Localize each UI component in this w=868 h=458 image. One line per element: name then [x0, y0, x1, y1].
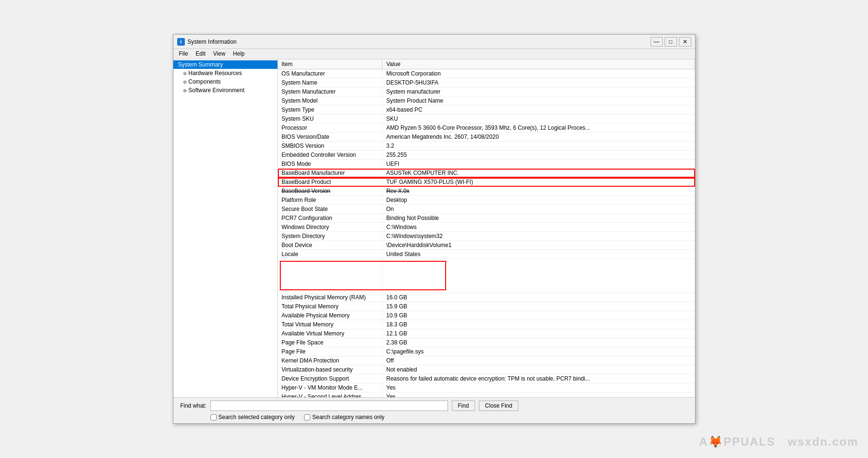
table-cell-value: 15.9 GB — [382, 302, 695, 311]
find-label: Find what: — [178, 402, 207, 409]
sidebar-item-label: System Summary — [178, 61, 223, 68]
search-selected-input[interactable] — [210, 414, 217, 420]
table-row: LocaleUnited States — [278, 250, 695, 259]
sidebar-item-system-summary[interactable]: System Summary — [173, 60, 277, 69]
search-selected-label: Search selected category only — [219, 414, 295, 420]
table-row: BIOS Version/DateAmerican Megatrends Inc… — [278, 133, 695, 142]
table-row: Total Virtual Memory18.3 GB — [278, 320, 695, 329]
table-cell-item: Device Encryption Support — [278, 374, 382, 383]
table-cell-item: Hyper-V - Second Level Addres... — [278, 392, 382, 398]
table-row: System ManufacturerSystem manufacturer — [278, 87, 695, 96]
table-row: OS ManufacturerMicrosoft Corporation — [278, 69, 695, 78]
table-cell-value: Microsoft Corporation — [382, 69, 695, 78]
data-table: Item Value OS ManufacturerMicrosoft Corp… — [278, 59, 695, 397]
data-table-wrapper[interactable]: Item Value OS ManufacturerMicrosoft Corp… — [278, 59, 695, 397]
table-cell-value: American Megatrends Inc. 2607, 14/08/202… — [382, 133, 695, 142]
table-row: Platform RoleDesktop — [278, 196, 695, 205]
left-panel: System Summary ⊕ Hardware Resources ⊕ Co… — [173, 59, 278, 397]
table-cell-item: Total Physical Memory — [278, 302, 382, 311]
table-row: Virtualization-based securityNot enabled — [278, 365, 695, 374]
table-row: PCR7 ConfigurationBinding Not Possible — [278, 214, 695, 223]
find-input[interactable] — [210, 401, 448, 411]
watermark: A🦊PPUALS wsxdn.com — [699, 435, 858, 448]
close-button[interactable]: ✕ — [679, 37, 691, 47]
expand-icon-software: ⊕ — [183, 88, 187, 93]
table-row: System Typex64-based PC — [278, 105, 695, 114]
table-row: Kernel DMA ProtectionOff — [278, 356, 695, 365]
table-row: System DirectoryC:\Windows\system32 — [278, 232, 695, 241]
col-item: Item — [278, 59, 382, 69]
table-cell-item: OS Manufacturer — [278, 69, 382, 78]
table-row: BIOS ModeUEFI — [278, 160, 695, 169]
table-row: Installed Physical Memory (RAM)16.0 GB — [278, 293, 695, 302]
search-selected-checkbox[interactable]: Search selected category only — [210, 414, 295, 420]
minimize-button[interactable]: — — [650, 37, 663, 47]
menu-help[interactable]: Help — [229, 50, 248, 58]
sidebar-item-components[interactable]: ⊕ Components — [173, 77, 277, 86]
sidebar-item-hardware-resources[interactable]: ⊕ Hardware Resources — [173, 69, 277, 77]
search-category-input[interactable] — [304, 414, 310, 420]
table-row: Page FileC:\pagefile.sys — [278, 347, 695, 356]
table-cell-item: BaseBoard Product — [278, 178, 382, 187]
table-cell-value: 255.255 — [382, 151, 695, 160]
table-cell-value: 12.1 GB — [382, 329, 695, 338]
table-cell-item: Available Physical Memory — [278, 311, 382, 320]
menu-file[interactable]: File — [175, 50, 192, 58]
table-cell-value: \Device\HarddiskVolume1 — [382, 241, 695, 250]
table-cell-item: Boot Device — [278, 241, 382, 250]
maximize-button[interactable]: □ — [665, 37, 677, 47]
table-cell-item: System Manufacturer — [278, 87, 382, 96]
table-cell-item: System Type — [278, 105, 382, 114]
table-cell-value: United States — [382, 250, 695, 259]
table-cell-item: BaseBoard Version — [278, 187, 382, 196]
sidebar-item-software-environment[interactable]: ⊕ Software Environment — [173, 86, 277, 95]
table-cell-value: DESKTOP-5HU3IFA — [382, 78, 695, 87]
table-row: Hyper-V - Second Level Addres...Yes — [278, 392, 695, 398]
table-cell-item: Secure Boot State — [278, 205, 382, 214]
window-title: System Information — [188, 38, 237, 45]
table-cell-item: Total Virtual Memory — [278, 320, 382, 329]
menu-view[interactable]: View — [210, 50, 229, 58]
table-cell-item: Processor — [278, 124, 382, 133]
table-row: Hyper-V - VM Monitor Mode E...Yes — [278, 383, 695, 392]
table-row: Total Physical Memory15.9 GB — [278, 302, 695, 311]
table-row: System NameDESKTOP-5HU3IFA — [278, 78, 695, 87]
table-cell-value: SKU — [382, 114, 695, 124]
menu-edit[interactable]: Edit — [192, 50, 210, 58]
table-cell-value: Not enabled — [382, 365, 695, 374]
table-cell-value: C:\pagefile.sys — [382, 347, 695, 356]
sidebar-item-label: Software Environment — [189, 87, 245, 94]
table-row: Boot Device\Device\HarddiskVolume1 — [278, 241, 695, 250]
right-panel: Item Value OS ManufacturerMicrosoft Corp… — [278, 59, 695, 397]
table-cell-value: Desktop — [382, 196, 695, 205]
table-cell-value: C:\Windows\system32 — [382, 232, 695, 241]
window-controls: — □ ✕ — [650, 37, 691, 47]
table-cell-item: Page File — [278, 347, 382, 356]
table-cell-item: SMBIOS Version — [278, 142, 382, 151]
find-button[interactable]: Find — [452, 401, 475, 411]
table-cell-value: Reasons for failed automatic device encr… — [382, 374, 695, 383]
table-cell-item: BaseBoard Manufacturer — [278, 169, 382, 178]
table-row: Available Physical Memory10.9 GB — [278, 311, 695, 320]
search-category-checkbox[interactable]: Search category names only — [304, 414, 384, 420]
table-cell-value: Yes — [382, 392, 695, 398]
table-cell-value: 18.3 GB — [382, 320, 695, 329]
table-cell-item: BIOS Version/Date — [278, 133, 382, 142]
find-row: Find what: Find Close Find — [178, 401, 690, 411]
table-cell-value: Yes — [382, 383, 695, 392]
table-cell-item: Virtualization-based security — [278, 365, 382, 374]
table-cell-value — [382, 259, 695, 293]
table-row: BaseBoard ProductTUF GAMING X570-PLUS (W… — [278, 178, 695, 187]
table-row: Secure Boot StateOn — [278, 205, 695, 214]
table-cell-value: Rev X.0x — [382, 187, 695, 196]
title-bar: ℹ System Information — □ ✕ — [173, 35, 695, 49]
table-row — [278, 259, 695, 293]
sidebar-item-label: Hardware Resources — [189, 70, 242, 76]
table-cell-item: Windows Directory — [278, 223, 382, 232]
sidebar-item-label: Components — [189, 78, 221, 85]
table-cell-item: Available Virtual Memory — [278, 329, 382, 338]
table-cell-value: Off — [382, 356, 695, 365]
close-find-button[interactable]: Close Find — [479, 401, 518, 411]
table-cell-value: C:\Windows — [382, 223, 695, 232]
table-cell-value: TUF GAMING X570-PLUS (WI-FI) — [382, 178, 695, 187]
